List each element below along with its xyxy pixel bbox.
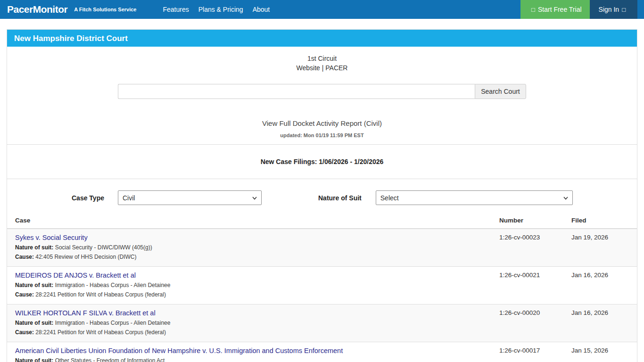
nature-value: Immigration - Habeas Corpus - Alien Deta…	[55, 320, 171, 326]
table-row: MEDEIROS DE ANJOS v. Brackett et al Natu…	[7, 267, 637, 304]
signin-caret-icon: □	[622, 6, 626, 13]
cause-label: Cause:	[15, 329, 34, 336]
cause-label: Cause:	[15, 291, 34, 298]
nav-link-about[interactable]: About	[248, 0, 275, 19]
court-panel: New Hampshire District Court 1st Circuit…	[7, 29, 637, 362]
sign-in-button[interactable]: Sign In □	[590, 0, 637, 19]
website-link[interactable]: Website	[297, 64, 320, 72]
nature-label: Nature of suit:	[15, 244, 53, 251]
sign-in-label: Sign In	[599, 6, 619, 13]
case-type-label: Case Type	[72, 194, 104, 202]
court-info-section: 1st Circuit Website | PACER Search Court…	[7, 47, 637, 144]
search-court-button[interactable]: Search Court	[475, 84, 526, 99]
case-number: 1:26-cv-00021	[499, 271, 571, 299]
page-title: New Hampshire District Court	[7, 30, 637, 47]
table-header-row: Case Number Filed	[7, 213, 637, 229]
case-cell: MEDEIROS DE ANJOS v. Brackett et al Natu…	[7, 271, 499, 299]
table-row: American Civil Liberties Union Foundatio…	[7, 342, 637, 362]
nature-label: Nature of suit:	[15, 282, 53, 288]
pacer-link[interactable]: PACER	[325, 64, 347, 72]
nature-of-suit-select[interactable]: Select	[376, 190, 573, 205]
nature-of-suit-selected-value: Select	[380, 194, 399, 202]
case-number: 1:26-cv-00020	[499, 308, 571, 337]
filters-row: Case Type Civil Nature of Suit Select	[7, 179, 637, 212]
case-type-select[interactable]: Civil	[118, 190, 262, 205]
nature-value: Immigration - Habeas Corpus - Alien Deta…	[55, 282, 171, 288]
court-search-group: Search Court	[118, 84, 526, 99]
cause-value: 28:2241 Petition for Writ of Habeas Corp…	[35, 291, 166, 298]
cause-line: Cause: 28:2241 Petition for Writ of Habe…	[15, 290, 485, 299]
cause-value: 42:405 Review of HHS Decision (DIWC)	[35, 254, 136, 260]
nature-value: Social Security - DIWC/DIWW (405(g))	[55, 244, 152, 251]
nature-label: Nature of suit:	[15, 357, 53, 362]
case-type-selected-value: Civil	[123, 194, 135, 202]
nav-link-features[interactable]: Features	[158, 0, 193, 19]
court-search-input[interactable]	[118, 84, 475, 99]
column-header-case: Case	[7, 217, 499, 224]
case-table: Case Number Filed Sykes v. Social Securi…	[7, 213, 637, 362]
docket-activity-report-link[interactable]: View Full Docket Activity Report (Civil)	[262, 119, 382, 127]
nature-label: Nature of suit:	[15, 320, 53, 326]
top-navbar: PacerMonitor A Fitch Solutions Service F…	[0, 0, 644, 19]
updated-timestamp: updated: Mon 01/19 11:59 PM EST	[7, 132, 637, 138]
filed-date: Jan 16, 2026	[571, 271, 637, 299]
nature-of-suit-label: Nature of Suit	[318, 194, 362, 202]
case-title-link[interactable]: Sykes v. Social Security	[15, 233, 88, 243]
case-number: 1:26-cv-00017	[499, 346, 571, 362]
navbar-inner: PacerMonitor A Fitch Solutions Service F…	[7, 0, 637, 19]
case-cell: Sykes v. Social Security Nature of suit:…	[7, 233, 499, 262]
case-title-link[interactable]: WILKER HORTOLAN F SILVA v. Brackett et a…	[15, 308, 156, 318]
link-separator: |	[322, 64, 324, 72]
new-case-filings-section: New Case Filings: 1/06/2026 - 1/20/2026	[7, 145, 637, 179]
case-title-link[interactable]: American Civil Liberties Union Foundatio…	[15, 346, 343, 356]
nature-value: Other Statutes - Freedom of Information …	[55, 357, 165, 362]
nature-of-suit-line: Nature of suit: Social Security - DIWC/D…	[15, 243, 485, 252]
case-title-link[interactable]: MEDEIROS DE ANJOS v. Brackett et al	[15, 271, 136, 280]
filings-heading: New Case Filings: 1/06/2026 - 1/20/2026	[261, 158, 384, 165]
fitch-tagline: A Fitch Solutions Service	[74, 7, 136, 12]
circuit-label: 1st Circuit	[7, 54, 637, 63]
table-row: WILKER HORTOLAN F SILVA v. Brackett et a…	[7, 304, 637, 342]
table-row: Sykes v. Social Security Nature of suit:…	[7, 229, 637, 267]
column-header-filed: Filed	[571, 217, 637, 224]
filed-date: Jan 16, 2026	[571, 308, 637, 337]
nav-link-plans-pricing[interactable]: Plans & Pricing	[194, 0, 248, 19]
trial-icon: □	[531, 6, 535, 13]
filed-date: Jan 15, 2026	[571, 346, 637, 362]
nature-of-suit-line: Nature of suit: Immigration - Habeas Cor…	[15, 318, 485, 328]
court-links-line: Website | PACER	[7, 63, 637, 73]
start-free-trial-label: Start Free Trial	[538, 6, 582, 13]
nav-links: Features Plans & Pricing About	[158, 0, 274, 19]
case-number: 1:26-cv-00023	[499, 233, 571, 262]
cause-line: Cause: 28:2241 Petition for Writ of Habe…	[15, 328, 485, 337]
nav-right: □ Start Free Trial Sign In □	[520, 0, 637, 19]
case-cell: American Civil Liberties Union Foundatio…	[7, 346, 499, 362]
cause-label: Cause:	[15, 254, 34, 260]
start-free-trial-button[interactable]: □ Start Free Trial	[520, 0, 589, 19]
chevron-down-icon	[563, 195, 569, 201]
chevron-down-icon	[252, 195, 257, 201]
cause-line: Cause: 42:405 Review of HHS Decision (DI…	[15, 252, 485, 262]
cause-value: 28:2241 Petition for Writ of Habeas Corp…	[35, 329, 166, 336]
nature-of-suit-line: Nature of suit: Other Statutes - Freedom…	[15, 356, 485, 362]
case-cell: WILKER HORTOLAN F SILVA v. Brackett et a…	[7, 308, 499, 337]
filed-date: Jan 19, 2026	[571, 233, 637, 262]
nature-of-suit-line: Nature of suit: Immigration - Habeas Cor…	[15, 280, 485, 290]
pacermonitor-logo[interactable]: PacerMonitor	[7, 4, 67, 15]
column-header-number: Number	[499, 217, 571, 224]
